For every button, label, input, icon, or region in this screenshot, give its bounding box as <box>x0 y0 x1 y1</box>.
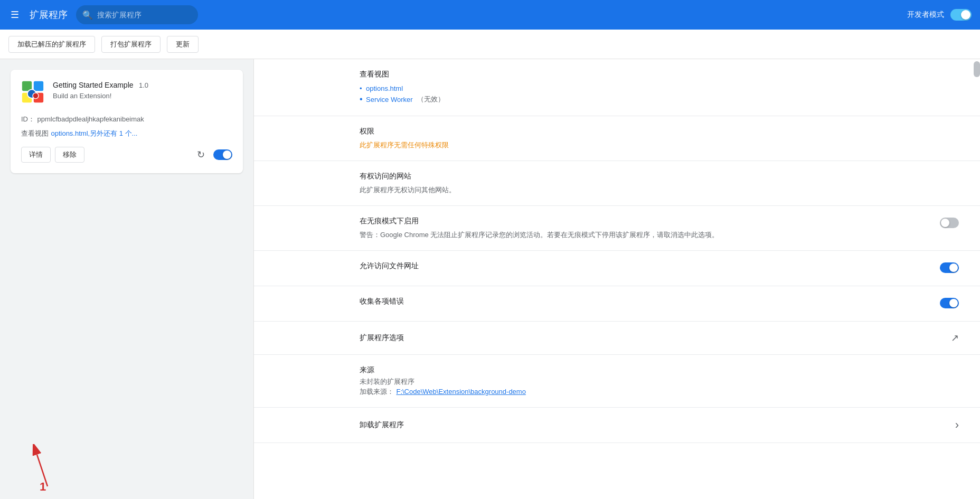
menu-icon[interactable]: ☰ <box>8 7 21 23</box>
collect-errors-row: 收集各项错误 <box>360 297 959 310</box>
scrollbar-thumb[interactable] <box>974 61 980 77</box>
allow-file-section: 允许访问文件网址 <box>254 251 980 286</box>
source-path-link[interactable]: F:\Code\Web\Extension\background-demo <box>396 388 525 396</box>
permissions-desc: 此扩展程序无需任何特殊权限 <box>360 140 959 150</box>
annotation-1-label: 1 <box>40 480 46 494</box>
source-title: 来源 <box>360 365 959 375</box>
svg-rect-1 <box>34 81 43 91</box>
details-button[interactable]: 详情 <box>21 147 51 163</box>
dev-mode-toggle[interactable] <box>950 9 972 21</box>
svg-line-7 <box>37 455 48 486</box>
source-path-row: 加载来源： F:\Code\Web\Extension\background-d… <box>360 387 959 397</box>
sites-desc: 此扩展程序无权访问其他网站。 <box>360 185 959 195</box>
id-value: ppmlcfbadpdlealjhkapfekanibeimak <box>37 115 144 123</box>
service-worker-link[interactable]: Service Worker <box>366 96 413 103</box>
load-unpacked-button[interactable]: 加载已解压的扩展程序 <box>8 36 95 53</box>
service-worker-row: Service Worker （无效） <box>360 93 959 105</box>
toolbar: 加载已解压的扩展程序 打包扩展程序 更新 <box>0 30 980 59</box>
permissions-section: 权限 此扩展程序无需任何特殊权限 <box>254 116 980 161</box>
unload-title: 卸载扩展程序 <box>360 420 404 430</box>
ext-options-row: 扩展程序选项 ↗ <box>360 332 959 344</box>
extension-icon <box>21 80 46 106</box>
card-right-controls: ↻ <box>197 149 232 161</box>
service-worker-status: （无效） <box>417 95 445 104</box>
extension-card: Getting Started Example 1.0 Build an Ext… <box>11 70 243 173</box>
unload-row: 卸载扩展程序 › <box>360 418 959 432</box>
main-content: Getting Started Example 1.0 Build an Ext… <box>0 59 980 499</box>
right-panel[interactable]: 查看视图 options.html Service Worker （无效） 权限… <box>253 59 980 499</box>
refresh-icon[interactable]: ↻ <box>197 149 205 161</box>
permissions-title: 权限 <box>360 127 959 136</box>
update-button[interactable]: 更新 <box>167 36 199 53</box>
views-section: 查看视图 options.html Service Worker （无效） <box>254 59 980 116</box>
header: ☰ 扩展程序 🔍 开发者模式 <box>0 0 980 30</box>
annotation-2: 2 <box>253 316 265 350</box>
ext-options-section: 扩展程序选项 ↗ 2 <box>254 322 980 355</box>
source-path-label: 加载来源： <box>360 388 394 396</box>
ext-actions: 详情 移除 <box>21 147 84 163</box>
ext-version: 1.0 <box>139 81 148 89</box>
unload-section: 卸载扩展程序 › <box>254 408 980 443</box>
sites-section: 有权访问的网站 此扩展程序无权访问其他网站。 <box>254 161 980 206</box>
header-right: 开发者模式 <box>907 9 972 21</box>
ext-name: Getting Started Example <box>53 81 134 89</box>
collect-errors-section: 收集各项错误 <box>254 286 980 322</box>
incognito-warning: 警告：Google Chrome 无法阻止扩展程序记录您的浏览活动。若要在无痕模… <box>360 230 940 240</box>
collect-errors-toggle[interactable] <box>940 298 959 308</box>
incognito-title: 在无痕模式下启用 <box>360 216 940 226</box>
incognito-row: 在无痕模式下启用 警告：Google Chrome 无法阻止扩展程序记录您的浏览… <box>360 216 959 240</box>
card-title-area: Getting Started Example 1.0 Build an Ext… <box>53 80 148 100</box>
left-panel: Getting Started Example 1.0 Build an Ext… <box>0 59 253 499</box>
card-footer: 详情 移除 ↻ <box>21 147 232 163</box>
views-title: 查看视图 <box>360 70 959 79</box>
allow-file-row: 允许访问文件网址 <box>360 261 959 275</box>
svg-point-5 <box>33 93 39 99</box>
incognito-text: 在无痕模式下启用 警告：Google Chrome 无法阻止扩展程序记录您的浏览… <box>360 216 940 240</box>
allow-file-title: 允许访问文件网址 <box>360 261 419 271</box>
views-label: 查看视图 <box>21 129 49 137</box>
detail-content: 查看视图 options.html Service Worker （无效） 权限… <box>254 59 980 443</box>
ext-description: Build an Extension! <box>53 92 148 100</box>
page-title: 扩展程序 <box>30 8 68 21</box>
incognito-toggle[interactable] <box>940 218 959 228</box>
enable-toggle[interactable] <box>213 149 232 160</box>
dev-mode-label: 开发者模式 <box>907 10 944 20</box>
external-link-icon: ↗ <box>951 332 959 344</box>
source-section: 来源 未封装的扩展程序 加载来源： F:\Code\Web\Extension\… <box>254 355 980 408</box>
incognito-section: 在无痕模式下启用 警告：Google Chrome 无法阻止扩展程序记录您的浏览… <box>254 206 980 251</box>
options-html-link[interactable]: options.html <box>360 83 959 93</box>
source-type: 未封装的扩展程序 <box>360 377 959 387</box>
views-link[interactable]: options.html,另外还有 1 个... <box>51 129 137 137</box>
ext-name-row: Getting Started Example 1.0 <box>53 80 148 90</box>
remove-button[interactable]: 移除 <box>55 147 84 163</box>
ext-options-link[interactable]: 扩展程序选项 <box>360 333 404 343</box>
search-input[interactable] <box>76 5 198 24</box>
id-label: ID： <box>21 115 35 123</box>
search-wrapper: 🔍 <box>76 5 446 24</box>
card-header: Getting Started Example 1.0 Build an Ext… <box>21 80 232 106</box>
pack-extension-button[interactable]: 打包扩展程序 <box>101 36 161 53</box>
sites-title: 有权访问的网站 <box>360 172 959 181</box>
ext-views-row: 查看视图 options.html,另外还有 1 个... <box>21 128 232 138</box>
annotation-1: 1 <box>26 444 90 494</box>
ext-id-row: ID： ppmlcfbadpdlealjhkapfekanibeimak <box>21 114 232 124</box>
allow-file-toggle[interactable] <box>940 262 959 273</box>
chevron-right-icon[interactable]: › <box>955 418 959 432</box>
collect-errors-title: 收集各项错误 <box>360 297 404 306</box>
